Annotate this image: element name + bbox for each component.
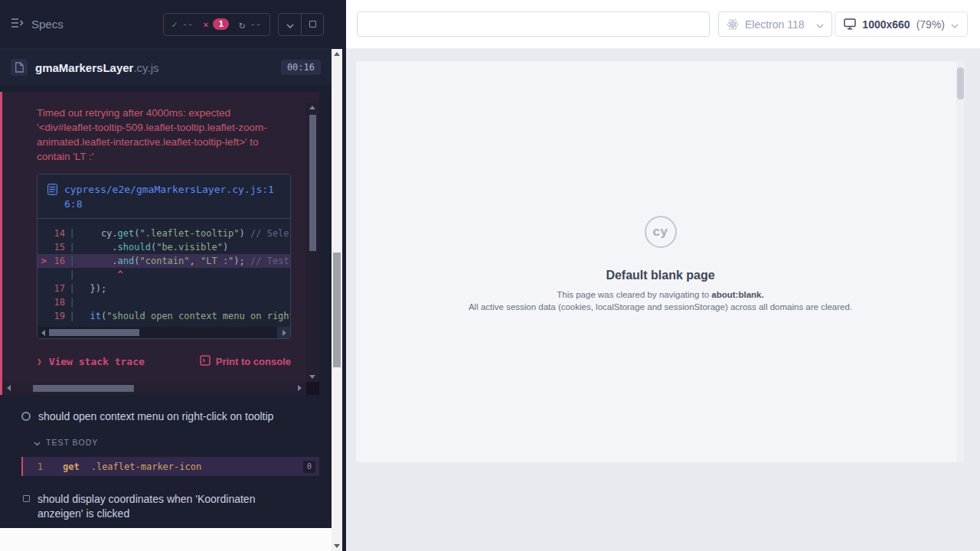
- blank-page-note: All active session data (cookies, localS…: [356, 302, 965, 311]
- spec-header[interactable]: gmaMarkersLayer.cy.js 00:16: [0, 49, 332, 86]
- command-message: .leaflet-marker-icon: [91, 461, 202, 472]
- stat-failed: ✕ 1: [203, 18, 229, 30]
- blank-page-content: cy Default blank page This page was clea…: [356, 61, 965, 311]
- chevron-down-icon: [286, 18, 294, 31]
- scrollbar-thumb[interactable]: [49, 329, 139, 336]
- code-frame-file-link[interactable]: cypress/e2e/gmaMarkersLayer.cy.js:16:8: [64, 182, 280, 211]
- browser-select[interactable]: Electron 118: [718, 11, 832, 37]
- passed-count: --: [182, 19, 193, 30]
- failed-count-badge: 1: [213, 18, 229, 30]
- code-frame: cypress/e2e/gmaMarkersLayer.cy.js:16:8 1…: [37, 174, 291, 339]
- command-log-row[interactable]: 1 get .leaflet-marker-icon 0: [21, 457, 319, 476]
- aut-body: cy Default blank page This page was clea…: [346, 49, 980, 551]
- console-icon: [200, 355, 211, 368]
- specs-label: Specs: [31, 18, 64, 31]
- scrollbar-cap: [277, 327, 290, 338]
- chevron-down-icon: [816, 18, 824, 31]
- aut-vertical-scrollbar[interactable]: [956, 61, 965, 462]
- chevron-right-icon: ❯: [37, 357, 42, 367]
- check-icon: ✓: [172, 19, 178, 30]
- code-line: 18|: [38, 295, 290, 309]
- reporter-vertical-scrollbar[interactable]: [332, 49, 342, 551]
- scrollbar-thumb[interactable]: [333, 253, 341, 367]
- test-row-active[interactable]: should open context menu on right-click …: [0, 406, 332, 428]
- command-number: 1: [23, 461, 43, 472]
- monitor-icon: [844, 18, 856, 30]
- x-icon: ✕: [203, 19, 208, 30]
- stats-box: ✓ -- ✕ 1 ↻ --: [163, 13, 270, 36]
- reporter: Specs ✓ -- ✕ 1 ↻ --: [0, 0, 332, 528]
- scroll-left-arrow-icon: [7, 385, 11, 391]
- test-body-label: TEST BODY: [46, 438, 98, 447]
- error-panel: Timed out retrying after 4000ms: expecte…: [0, 92, 319, 395]
- reporter-header: Specs ✓ -- ✕ 1 ↻ --: [0, 0, 332, 49]
- error-message: Timed out retrying after 4000ms: expecte…: [37, 106, 291, 164]
- reporter-pane: Specs ✓ -- ✕ 1 ↻ --: [0, 0, 332, 551]
- command-method: get: [63, 461, 80, 472]
- code-line: 17| });: [38, 282, 290, 295]
- blank-page-title: Default blank page: [356, 269, 965, 282]
- error-vertical-scrollbar[interactable]: [306, 103, 319, 382]
- viewport-scale: (79%): [916, 18, 945, 31]
- specs-toggle-button[interactable]: Specs: [11, 18, 64, 31]
- cypress-logo: cy: [645, 216, 677, 248]
- code-line: 14| cy.get(".leaflet-tooltip") // Sele: [38, 227, 290, 240]
- browser-label: Electron 118: [745, 18, 805, 31]
- spec-file-icon: [11, 59, 28, 76]
- view-stack-trace-button[interactable]: ❯ View stack trace: [37, 356, 145, 367]
- blank-page-subtitle: This page was cleared by navigating to a…: [356, 290, 965, 299]
- viewport-select[interactable]: 1000x660 (79%): [835, 11, 968, 37]
- reporter-scrollbar-column: [332, 0, 342, 551]
- stop-run-button[interactable]: [301, 14, 323, 35]
- scroll-up-arrow-icon: [334, 52, 340, 56]
- stat-passed: ✓ --: [172, 19, 194, 30]
- test-list: should open context menu on right-click …: [0, 395, 332, 525]
- file-icon: [47, 184, 57, 198]
- code-lines: 14| cy.get(".leaflet-tooltip") // Sele 1…: [38, 219, 290, 324]
- electron-icon: [727, 18, 739, 31]
- code-line: 15| .should("be.visible"): [38, 240, 290, 254]
- error-horizontal-scrollbar[interactable]: [2, 382, 306, 395]
- scroll-left-arrow-icon: [41, 330, 45, 336]
- stat-pending: ↻ --: [239, 18, 261, 31]
- collapse-all-button[interactable]: [279, 14, 301, 35]
- test-running-icon: [21, 412, 31, 421]
- url-input[interactable]: [357, 11, 710, 37]
- chevron-down-icon: [34, 435, 41, 449]
- stop-icon: [309, 21, 316, 28]
- test-title: should display coordinates when 'Koordin…: [38, 492, 298, 521]
- chevron-down-icon: [951, 18, 959, 31]
- scroll-right-arrow-icon: [283, 330, 286, 336]
- test-title: should open context menu on right-click …: [38, 409, 273, 424]
- pending-count: --: [250, 19, 261, 30]
- about-blank-text: about:blank.: [711, 290, 763, 299]
- scrollbar-thumb[interactable]: [309, 115, 316, 251]
- code-frame-horizontal-scrollbar[interactable]: [38, 327, 290, 338]
- aut-header: Electron 118 1000x660 (79%): [346, 0, 980, 49]
- spec-extension: .cy.js: [133, 61, 158, 74]
- spec-name: gmaMarkersLayer.cy.js: [35, 61, 158, 74]
- code-line: | ^: [38, 268, 290, 282]
- scrollbar-thumb[interactable]: [957, 67, 964, 99]
- scrollbar-thumb[interactable]: [33, 385, 134, 392]
- scroll-right-arrow-icon: [298, 385, 302, 391]
- scrollbar-corner: [306, 382, 319, 395]
- print-to-console-button[interactable]: Print to console: [200, 355, 291, 368]
- app-root: Specs ✓ -- ✕ 1 ↻ --: [0, 0, 980, 551]
- code-line: 19| it("should open context menu on righ…: [38, 309, 290, 323]
- test-body-section-header[interactable]: TEST BODY: [0, 428, 332, 455]
- code-line: >16| .and("contain", "LT :"); // Test: [38, 254, 290, 268]
- scroll-down-arrow-icon: [309, 375, 315, 379]
- run-controls: [278, 13, 324, 36]
- specs-list-icon: [11, 18, 24, 31]
- aut-pane: Electron 118 1000x660 (79%) cy: [346, 0, 980, 551]
- scroll-up-arrow-icon: [309, 106, 315, 109]
- aut-iframe: cy Default blank page This page was clea…: [356, 61, 965, 462]
- test-pending-icon: [23, 495, 30, 502]
- test-row-pending[interactable]: should display coordinates when 'Koordin…: [0, 488, 332, 525]
- refresh-icon: ↻: [239, 18, 245, 31]
- command-element-count-badge: 0: [303, 461, 315, 473]
- reporter-bottom-gap: [0, 528, 332, 551]
- scroll-down-arrow-icon: [334, 544, 340, 548]
- viewport-size: 1000x660: [862, 18, 910, 31]
